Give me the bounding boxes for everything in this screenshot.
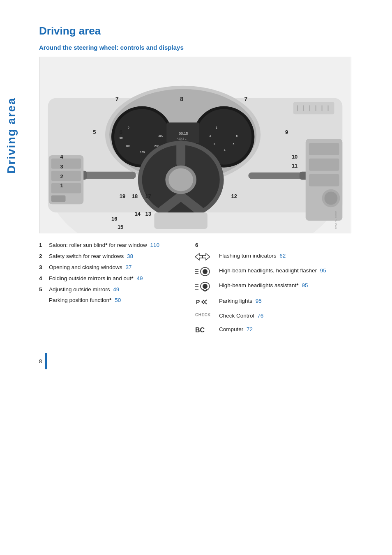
icon-item-turn: Flashing turn indicators 62 <box>195 252 351 261</box>
item-link-4[interactable]: 49 <box>136 275 143 281</box>
svg-rect-39 <box>51 195 66 202</box>
svg-text:10: 10 <box>292 154 297 160</box>
svg-rect-43 <box>309 174 339 187</box>
item-num-5: 5 <box>39 286 46 294</box>
item-link-3[interactable]: 37 <box>125 264 131 270</box>
bc-label: Computer 72 <box>219 326 253 334</box>
item-text-3: Opening and closing windows 37 <box>49 264 131 272</box>
lists-area: 1 Saloon: roller sun blind* for rear win… <box>39 242 351 341</box>
list-item-5: 5 Adjusting outside mirrors 49 <box>39 286 195 294</box>
icon-item-bc: BC Computer 72 <box>195 326 351 335</box>
svg-text:9: 9 <box>285 129 288 135</box>
svg-rect-31 <box>78 172 136 179</box>
svg-text:18: 18 <box>132 193 138 199</box>
item-text-1: Saloon: roller sun blind* for rear windo… <box>49 242 159 249</box>
item-text-2: Safety switch for rear windows 38 <box>49 253 133 260</box>
highbeam-link[interactable]: 95 <box>320 267 326 274</box>
svg-text:5: 5 <box>233 143 235 145</box>
parking-icon-area: P <box>195 297 216 306</box>
item-link-1[interactable]: 110 <box>150 242 159 248</box>
svg-text:+20.3 L: +20.3 L <box>177 137 187 140</box>
side-label-text: Driving area <box>5 97 18 174</box>
check-link[interactable]: 76 <box>257 313 263 319</box>
parking-label: Parking lights 95 <box>219 297 262 305</box>
svg-text:13: 13 <box>145 211 151 217</box>
turn-icon-area <box>195 252 216 261</box>
left-list-col: 1 Saloon: roller sun blind* for rear win… <box>39 242 195 341</box>
svg-text:250: 250 <box>158 134 163 137</box>
item-text-4: Folding outside mirrors in and out* 49 <box>49 275 143 283</box>
right-list-col: 6 Flashing turn indicators 62 <box>195 242 351 341</box>
svg-text:7: 7 <box>115 96 119 102</box>
item-link-5[interactable]: 49 <box>113 286 119 292</box>
side-label: Driving area <box>0 49 23 222</box>
svg-point-86 <box>203 284 208 289</box>
turn-link[interactable]: 62 <box>279 253 286 259</box>
check-label: Check Control 76 <box>219 312 263 320</box>
highbeam-icon-area <box>195 267 216 276</box>
svg-text:BMW AG edition: BMW AG edition <box>334 211 337 229</box>
svg-text:14: 14 <box>135 211 141 217</box>
svg-text:19: 19 <box>120 193 125 199</box>
highbeam-assist-icon <box>195 282 210 292</box>
right-col-header: 6 <box>195 242 198 248</box>
icon-item-check: CHECK Check Control 76 <box>195 312 351 320</box>
svg-marker-76 <box>203 253 210 260</box>
highbeam-assist-link[interactable]: 95 <box>302 282 308 288</box>
svg-text:3: 3 <box>214 143 215 145</box>
svg-text:3: 3 <box>60 164 63 170</box>
turn-indicator-icon <box>195 252 210 261</box>
item-text-5: Adjusting outside mirrors 49 <box>49 286 119 294</box>
icon-item-highbeam-assist: High-beam headlights assistant* 95 <box>195 282 351 292</box>
highbeam-assist-icon-area <box>195 282 216 292</box>
svg-text:1: 1 <box>216 126 217 129</box>
item-num-4: 4 <box>39 275 46 283</box>
svg-rect-42 <box>309 159 339 171</box>
item-link-5b[interactable]: 50 <box>115 297 121 303</box>
highbeam-label: High-beam headlights, headlight flasher … <box>219 267 326 275</box>
svg-text:150: 150 <box>140 151 145 154</box>
page-number: 8 <box>39 358 42 364</box>
item-link-2[interactable]: 38 <box>127 253 133 259</box>
item-num-2: 2 <box>39 253 46 260</box>
parking-link[interactable]: 95 <box>256 298 262 304</box>
svg-text:50: 50 <box>120 136 123 139</box>
item-num-1: 1 <box>39 242 46 249</box>
svg-text:6: 6 <box>120 129 122 135</box>
icon-item-parking: P Parking lights 95 <box>195 297 351 306</box>
svg-rect-37 <box>51 171 81 181</box>
list-item-3: 3 Opening and closing windows 37 <box>39 264 195 272</box>
item-num-3: 3 <box>39 264 46 272</box>
svg-text:2: 2 <box>60 173 63 180</box>
svg-marker-75 <box>195 253 203 260</box>
icon-item-highbeam: High-beam headlights, headlight flasher … <box>195 267 351 276</box>
list-item-2: 2 Safety switch for rear windows 38 <box>39 253 195 260</box>
main-content: Driving area Around the steering wheel: … <box>31 0 392 386</box>
svg-text:1: 1 <box>60 182 63 189</box>
svg-text:11: 11 <box>292 163 297 169</box>
svg-text:5: 5 <box>93 129 96 135</box>
svg-text:16: 16 <box>111 216 117 222</box>
bc-link[interactable]: 72 <box>247 326 253 332</box>
list-item-4: 4 Folding outside mirrors in and out* 49 <box>39 275 195 283</box>
svg-rect-33 <box>248 173 305 179</box>
svg-text:8: 8 <box>180 96 183 102</box>
svg-rect-53 <box>154 212 207 229</box>
highbeam-assist-label: High-beam headlights assistant* 95 <box>219 282 308 290</box>
svg-text:17: 17 <box>145 193 151 199</box>
bc-icon-text: BC <box>195 326 216 335</box>
svg-text:P: P <box>196 299 200 305</box>
svg-point-30 <box>168 168 193 191</box>
page-title: Driving area <box>39 25 376 37</box>
parking-lights-icon: P <box>195 297 210 306</box>
svg-rect-38 <box>51 183 81 193</box>
svg-text:100: 100 <box>126 145 131 147</box>
svg-point-81 <box>203 269 208 274</box>
list-item-1: 1 Saloon: roller sun blind* for rear win… <box>39 242 195 249</box>
svg-text:0: 0 <box>128 126 129 129</box>
svg-text:4: 4 <box>224 149 226 152</box>
svg-text:00:15: 00:15 <box>179 131 188 136</box>
page-bar-indicator <box>45 353 47 369</box>
item-text-5b: Parking position function* 50 <box>49 297 121 304</box>
svg-rect-41 <box>309 143 339 155</box>
